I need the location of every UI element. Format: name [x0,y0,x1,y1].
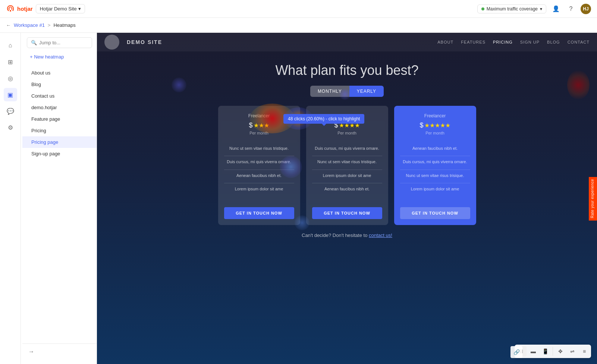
monthly-toggle-button[interactable]: MONTHLY [310,86,349,97]
search-icon: 🔍 [31,40,37,45]
sidebar-icon-chat[interactable]: 💬 [4,104,17,118]
card-1-period: Per month [224,131,294,135]
card-2-feature-1: Duis cursus, mi quis viverra ornare. [312,146,382,151]
traffic-coverage[interactable]: Maximum traffic coverage ▾ [477,4,546,13]
heatmap-tooltip[interactable]: 48 clicks (20.60%) - click to highlight [283,114,364,124]
header-left: hotjar Hotjar Demo Site ▾ [6,4,85,13]
card-3-stars: ★★★★★ [424,122,450,129]
card-3-cta-button[interactable]: GET IN TOUCH NOW [400,207,470,219]
sidebar-item-about-us[interactable]: About us [22,67,97,79]
rate-experience-label: Rate your experience [590,179,594,218]
sidebar-item-contact-us[interactable]: Contact us [22,90,97,102]
demo-nav-pricing[interactable]: PRICING [493,40,513,44]
hotjar-logo-icon [6,4,15,13]
chevron-down-icon: ▾ [78,6,81,12]
pricing-title: What plan fits you best? [275,63,418,78]
sidebar-search-container[interactable]: 🔍 [27,37,92,48]
card-1-footer: GET IN TOUCH NOW [218,203,300,225]
bottom-toolbar: 🖥 ▬ 📱 ✥ ⇌ ≡ [515,345,591,358]
header-right: Maximum traffic coverage ▾ 👤 ? HJ [477,4,591,14]
traffic-label: Maximum traffic coverage [487,6,538,12]
card-1-divider-2 [224,170,294,170]
card-2-cta-button[interactable]: GET IN TOUCH NOW [312,207,382,219]
dont-hesitate-text: Don't hesitate to [333,232,368,238]
card-2-feature-2: Nunc ut sem vitae risus tristique. [312,159,382,165]
hotjar-logo: hotjar [6,4,33,13]
card-2-divider-2 [312,170,382,170]
card-3-footer: GET IN TOUCH NOW [394,203,476,225]
sidebar-item-demo-hotjar[interactable]: demo.hotjar [22,102,97,113]
sidebar-icon-grid[interactable]: ⊞ [4,55,17,69]
tablet-view-button[interactable]: ▬ [528,346,538,357]
card-3-divider-3 [400,183,470,183]
hotjar-wordmark: hotjar [17,6,33,12]
help-icon[interactable]: ? [566,4,576,14]
cant-decide-text: Can't decide? [302,232,331,238]
sidebar-icons: ⌂ ⊞ ◎ ▣ 💬 ⚙ [0,33,21,364]
demo-site-title: DEMO SITE [127,39,162,45]
demo-nav-contact[interactable]: CONTACT [568,40,590,44]
more-options-button[interactable]: ≡ [579,346,590,357]
sidebar-item-blog[interactable]: Blog [22,79,97,90]
users-icon[interactable]: 👤 [551,4,561,14]
card-3-dollar: $ [420,121,423,129]
card-3-period: Per month [400,131,470,135]
svg-point-0 [10,10,11,12]
sidebar-icon-eye[interactable]: ◎ [4,72,17,85]
card-1-divider-1 [224,156,294,156]
card-1-cta-button[interactable]: GET IN TOUCH NOW [224,207,294,219]
card-2-feature-3: Lorem ipsum dolor sit ame [312,173,382,178]
collapse-sidebar-button[interactable]: → [28,348,91,355]
card-1-feature-4: Lorem ipsum dolor sit ame [224,186,294,192]
card-1-feature-3: Aenean faucibus nibh et. [224,173,294,178]
copy-link-button[interactable]: 🔗 [510,346,522,358]
sidebar-item-pricing[interactable]: Pricing [22,125,97,136]
card-2-divider-1 [312,156,382,156]
rate-experience-button[interactable]: Rate your experience [589,177,597,220]
top-header: hotjar Hotjar Demo Site ▾ Maximum traffi… [0,0,597,18]
demo-nav-about[interactable]: ABOUT [437,40,453,44]
card-1-divider-3 [224,183,294,183]
sidebar-icon-settings[interactable]: ⚙ [4,121,17,134]
main-content: DEMO SITE ABOUT FEATURES PRICING SIGN UP… [97,33,597,364]
card-2-footer: GET IN TOUCH NOW [306,203,388,225]
mobile-view-button[interactable]: 📱 [540,346,550,357]
sidebar-bottom: → [22,344,97,360]
card-2-period: Per month [312,131,382,135]
current-page-label: Heatmaps [53,22,75,28]
card-3-feature-4: Lorem ipsum dolor sit ame [400,186,470,192]
search-input[interactable] [39,40,88,45]
demo-nav-signup[interactable]: SIGN UP [520,40,540,44]
heatmap-area: DEMO SITE ABOUT FEATURES PRICING SIGN UP… [97,33,597,364]
back-button[interactable]: ← [6,22,11,28]
site-selector[interactable]: Hotjar Demo Site ▾ [36,4,85,13]
card-3-body: Aenean faucibus nibh et. Duis cursus, mi… [394,140,476,203]
sidebar-nav: About us Blog Contact us demo.hotjar Fea… [22,67,97,344]
sidebar-item-signup-page[interactable]: Sign-up page [22,148,97,159]
card-1-stars: ★★★ [254,122,269,129]
demo-nav-blog[interactable]: BLOG [547,40,560,44]
card-3-divider-2 [400,170,470,170]
compare-button[interactable]: ⇌ [567,346,578,357]
yearly-toggle-button[interactable]: YEARLY [349,86,384,97]
sidebar-item-feature-page[interactable]: Feature page [22,113,97,125]
card-3-feature-1: Aenean faucibus nibh et. [400,146,470,151]
card-3-divider-1 [400,156,470,156]
demo-nav-links: ABOUT FEATURES PRICING SIGN UP BLOG CONT… [437,40,590,44]
avatar[interactable]: HJ [581,4,591,14]
traffic-chevron-icon: ▾ [540,6,542,12]
sidebar-icon-heatmap[interactable]: ▣ [4,88,17,101]
card-1-feature-1: Nunc ut sem vitae risus tristique. [224,146,294,151]
sidebar-icon-home[interactable]: ⌂ [4,39,17,52]
pricing-content: What plan fits you best? MONTHLY YEARLY … [97,55,597,364]
demo-nav-features[interactable]: FEATURES [461,40,486,44]
card-1-feature-2: Duis cursus, mi quis viverra ornare. [224,159,294,165]
contact-link[interactable]: contact us! [369,232,392,238]
new-heatmap-button[interactable]: + New heatmap [27,53,92,61]
sidebar-item-pricing-page[interactable]: Pricing page [22,136,97,148]
workspace-link[interactable]: Workspace #1 [14,22,45,28]
card-3-header: Freelancer $ ★★★★★ Per month [394,106,476,140]
cursor-tool-button[interactable]: ✥ [555,346,566,357]
card-1-dollar: $ [249,121,252,129]
demo-logo [104,35,119,50]
